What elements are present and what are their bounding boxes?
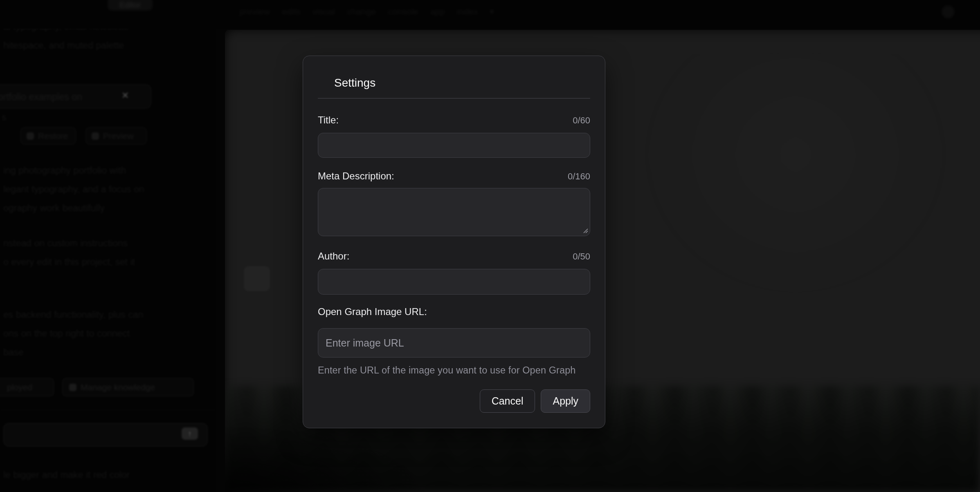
- title-char-counter: 0/60: [573, 115, 590, 126]
- attachment-chip[interactable]: ortfolio examples on ✕: [0, 84, 151, 109]
- chat-message-line: ography work beautifully: [3, 202, 105, 214]
- og-image-url-label: Open Graph Image URL:: [318, 306, 427, 318]
- title-label: Title:: [318, 114, 339, 126]
- deployed-button[interactable]: ployed: [0, 378, 54, 396]
- chat-message-line: es backend functionality, plus can: [3, 309, 143, 321]
- preview-label: Preview: [103, 131, 134, 141]
- preview-button[interactable]: Preview: [85, 127, 147, 145]
- dialog-divider: [318, 98, 590, 98]
- sidebar-divider: [0, 410, 216, 410]
- apply-button[interactable]: Apply: [541, 389, 590, 413]
- chat-message-line: s: [2, 111, 7, 123]
- settings-dialog: Settings Title: 0/60 Meta Description: 0…: [303, 56, 605, 428]
- chat-message-line: base: [3, 346, 24, 358]
- manage-knowledge-button[interactable]: Manage knowledge: [62, 378, 194, 396]
- meta-description-char-counter: 0/160: [568, 171, 590, 182]
- restore-button[interactable]: Restore: [20, 127, 76, 145]
- preview-ghost-glow: [593, 54, 961, 340]
- chat-message-line: ing photography portfolio with: [3, 164, 126, 177]
- chat-message-line: o every edit in this project, set it: [3, 256, 135, 268]
- title-input[interactable]: [318, 133, 590, 158]
- topbar-item[interactable]: preview: [239, 7, 270, 17]
- chat-input[interactable]: [3, 423, 208, 447]
- chevron-down-icon: ▾: [490, 7, 494, 17]
- topbar-item[interactable]: change: [347, 7, 376, 17]
- manage-knowledge-label: Manage knowledge: [81, 382, 155, 392]
- preview-ghost-tile: [244, 266, 270, 291]
- restore-label: Restore: [38, 131, 68, 141]
- topbar-item[interactable]: app: [430, 7, 445, 17]
- topbar-item[interactable]: console: [388, 7, 419, 17]
- author-label: Author:: [318, 250, 349, 262]
- vignette: [225, 423, 438, 492]
- send-icon: ↑: [188, 429, 192, 438]
- send-button[interactable]: ↑: [182, 427, 198, 440]
- chat-draft-line: le bigger and make it red color: [3, 469, 130, 481]
- meta-description-textarea[interactable]: [318, 188, 590, 236]
- cancel-button[interactable]: Cancel: [480, 389, 535, 413]
- avatar[interactable]: [942, 5, 955, 18]
- chat-message-line: legant typography, and a focus on: [3, 183, 144, 195]
- dialog-title: Settings: [334, 76, 590, 89]
- chat-sidebar: al typography, email newslette hitespace…: [0, 0, 216, 492]
- topbar-item[interactable]: index: [456, 7, 478, 17]
- restore-icon: [27, 132, 34, 140]
- author-char-counter: 0/50: [573, 251, 590, 262]
- chat-message-line: ons on the top right to connect: [3, 327, 130, 340]
- og-image-url-input[interactable]: [318, 328, 590, 358]
- deployed-label: ployed: [7, 382, 32, 392]
- topbar-menu: preview edits visual change console app …: [239, 7, 494, 17]
- close-icon[interactable]: ✕: [121, 90, 129, 101]
- preview-icon: [92, 132, 99, 140]
- tab-editor[interactable]: Editor: [108, 0, 153, 11]
- chat-message-line: hitespace, and muted palette: [3, 39, 124, 51]
- meta-description-label: Meta Description:: [318, 170, 394, 182]
- topbar-item[interactable]: edits: [282, 7, 301, 17]
- knowledge-icon: [69, 384, 76, 391]
- author-input[interactable]: [318, 269, 590, 295]
- chat-message-line: nstead on custom instructions: [3, 237, 128, 249]
- top-bar: Editor preview edits visual change conso…: [0, 0, 980, 29]
- topbar-item[interactable]: visual: [312, 7, 335, 17]
- og-image-url-helper-text: Enter the URL of the image you want to u…: [318, 365, 590, 376]
- attachment-chip-label: ortfolio examples on: [0, 91, 82, 103]
